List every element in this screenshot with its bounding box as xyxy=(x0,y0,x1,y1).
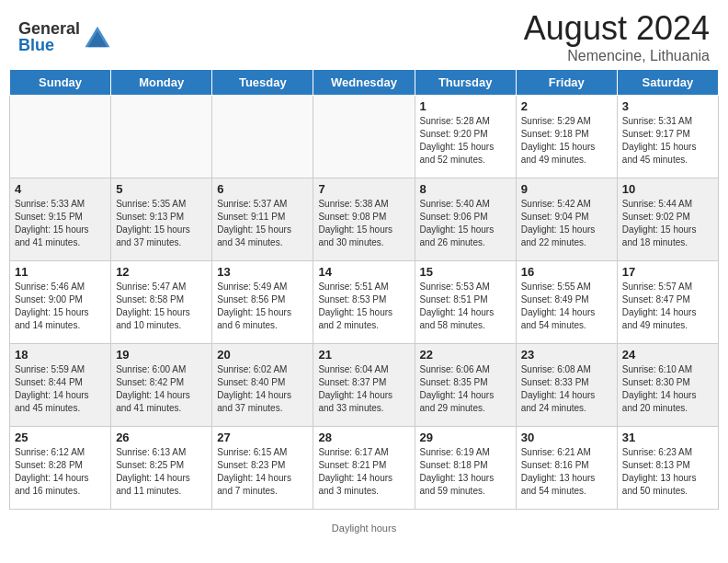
calendar-cell: 24Sunrise: 6:10 AMSunset: 8:30 PMDayligh… xyxy=(617,344,718,427)
cell-info: Sunrise: 6:02 AMSunset: 8:40 PMDaylight:… xyxy=(217,363,308,415)
cell-info: Sunrise: 5:42 AMSunset: 9:04 PMDaylight:… xyxy=(521,198,612,249)
day-header-friday: Friday xyxy=(516,70,617,96)
day-number: 30 xyxy=(521,431,612,444)
logo-blue: Blue xyxy=(18,37,80,53)
logo: General Blue xyxy=(18,20,111,53)
calendar-cell: 31Sunrise: 6:23 AMSunset: 8:13 PMDayligh… xyxy=(617,427,718,510)
calendar-cell: 20Sunrise: 6:02 AMSunset: 8:40 PMDayligh… xyxy=(212,344,313,427)
cell-info: Sunrise: 6:08 AMSunset: 8:33 PMDaylight:… xyxy=(521,363,612,415)
calendar-cell: 19Sunrise: 6:00 AMSunset: 8:42 PMDayligh… xyxy=(111,344,212,427)
day-number: 29 xyxy=(420,431,511,444)
calendar-table: SundayMondayTuesdayWednesdayThursdayFrid… xyxy=(9,69,719,510)
title-block: August 2024 Nemencine, Lithuania xyxy=(524,9,710,64)
cell-info: Sunrise: 6:04 AMSunset: 8:37 PMDaylight:… xyxy=(318,363,409,415)
calendar-cell: 7Sunrise: 5:38 AMSunset: 9:08 PMDaylight… xyxy=(313,178,415,261)
cell-info: Sunrise: 6:10 AMSunset: 8:30 PMDaylight:… xyxy=(622,363,713,415)
day-number: 25 xyxy=(15,431,106,444)
cell-info: Sunrise: 6:15 AMSunset: 8:23 PMDaylight:… xyxy=(217,446,308,498)
day-number: 16 xyxy=(521,265,612,279)
cell-info: Sunrise: 6:00 AMSunset: 8:42 PMDaylight:… xyxy=(116,363,207,415)
day-number: 1 xyxy=(420,99,511,113)
cell-info: Sunrise: 5:40 AMSunset: 9:06 PMDaylight:… xyxy=(420,198,511,249)
day-number: 2 xyxy=(521,99,612,113)
calendar-cell: 4Sunrise: 5:33 AMSunset: 9:15 PMDaylight… xyxy=(10,178,111,261)
day-number: 24 xyxy=(622,348,713,362)
day-number: 23 xyxy=(521,348,612,362)
cell-info: Sunrise: 5:33 AMSunset: 9:15 PMDaylight:… xyxy=(15,198,106,249)
day-header-monday: Monday xyxy=(111,70,212,96)
calendar-cell: 16Sunrise: 5:55 AMSunset: 8:49 PMDayligh… xyxy=(516,261,617,344)
calendar-cell: 15Sunrise: 5:53 AMSunset: 8:51 PMDayligh… xyxy=(415,261,516,344)
day-number: 7 xyxy=(318,182,409,196)
calendar-week-row: 18Sunrise: 5:59 AMSunset: 8:44 PMDayligh… xyxy=(10,344,719,427)
day-header-sunday: Sunday xyxy=(10,70,111,96)
calendar-cell: 25Sunrise: 6:12 AMSunset: 8:28 PMDayligh… xyxy=(10,427,111,510)
calendar-cell: 9Sunrise: 5:42 AMSunset: 9:04 PMDaylight… xyxy=(516,178,617,261)
day-header-wednesday: Wednesday xyxy=(313,70,415,96)
calendar-cell xyxy=(212,96,313,178)
calendar-cell: 21Sunrise: 6:04 AMSunset: 8:37 PMDayligh… xyxy=(313,344,415,427)
day-number: 26 xyxy=(116,431,207,444)
calendar-cell: 13Sunrise: 5:49 AMSunset: 8:56 PMDayligh… xyxy=(212,261,313,344)
calendar-week-row: 4Sunrise: 5:33 AMSunset: 9:15 PMDaylight… xyxy=(10,178,719,261)
day-number: 12 xyxy=(116,265,207,279)
day-number: 6 xyxy=(217,182,308,196)
sub-title: Nemencine, Lithuania xyxy=(524,48,710,64)
cell-info: Sunrise: 5:49 AMSunset: 8:56 PMDaylight:… xyxy=(217,281,308,332)
calendar-cell: 1Sunrise: 5:28 AMSunset: 9:20 PMDaylight… xyxy=(415,96,516,178)
day-number: 31 xyxy=(622,431,713,444)
day-number: 18 xyxy=(15,348,106,362)
calendar-cell xyxy=(313,96,415,178)
page-header: General Blue August 2024 Nemencine, Lith… xyxy=(0,0,728,69)
calendar-cell: 11Sunrise: 5:46 AMSunset: 9:00 PMDayligh… xyxy=(10,261,111,344)
day-header-tuesday: Tuesday xyxy=(212,70,313,96)
cell-info: Sunrise: 5:59 AMSunset: 8:44 PMDaylight:… xyxy=(15,363,106,415)
day-number: 14 xyxy=(318,265,409,279)
calendar-cell: 30Sunrise: 6:21 AMSunset: 8:16 PMDayligh… xyxy=(516,427,617,510)
calendar-cell: 29Sunrise: 6:19 AMSunset: 8:18 PMDayligh… xyxy=(415,427,516,510)
calendar-cell: 23Sunrise: 6:08 AMSunset: 8:33 PMDayligh… xyxy=(516,344,617,427)
day-number: 27 xyxy=(217,431,308,444)
calendar-cell xyxy=(10,96,111,178)
calendar-cell: 14Sunrise: 5:51 AMSunset: 8:53 PMDayligh… xyxy=(313,261,415,344)
day-number: 28 xyxy=(318,431,409,444)
calendar-cell: 3Sunrise: 5:31 AMSunset: 9:17 PMDaylight… xyxy=(617,96,718,178)
cell-info: Sunrise: 5:31 AMSunset: 9:17 PMDaylight:… xyxy=(622,115,713,167)
day-number: 13 xyxy=(217,265,308,279)
day-number: 5 xyxy=(116,182,207,196)
day-number: 20 xyxy=(217,348,308,362)
calendar-cell: 27Sunrise: 6:15 AMSunset: 8:23 PMDayligh… xyxy=(212,427,313,510)
calendar-week-row: 1Sunrise: 5:28 AMSunset: 9:20 PMDaylight… xyxy=(10,96,719,178)
cell-info: Sunrise: 5:47 AMSunset: 8:58 PMDaylight:… xyxy=(116,281,207,332)
cell-info: Sunrise: 6:12 AMSunset: 8:28 PMDaylight:… xyxy=(15,446,106,498)
calendar-container: SundayMondayTuesdayWednesdayThursdayFrid… xyxy=(0,69,728,519)
calendar-header-row: SundayMondayTuesdayWednesdayThursdayFrid… xyxy=(10,70,719,96)
calendar-cell: 17Sunrise: 5:57 AMSunset: 8:47 PMDayligh… xyxy=(617,261,718,344)
calendar-cell: 2Sunrise: 5:29 AMSunset: 9:18 PMDaylight… xyxy=(516,96,617,178)
cell-info: Sunrise: 5:55 AMSunset: 8:49 PMDaylight:… xyxy=(521,281,612,332)
cell-info: Sunrise: 5:35 AMSunset: 9:13 PMDaylight:… xyxy=(116,198,207,249)
cell-info: Sunrise: 5:53 AMSunset: 8:51 PMDaylight:… xyxy=(420,281,511,332)
calendar-cell: 6Sunrise: 5:37 AMSunset: 9:11 PMDaylight… xyxy=(212,178,313,261)
day-header-saturday: Saturday xyxy=(617,70,718,96)
calendar-cell: 26Sunrise: 6:13 AMSunset: 8:25 PMDayligh… xyxy=(111,427,212,510)
calendar-cell: 8Sunrise: 5:40 AMSunset: 9:06 PMDaylight… xyxy=(415,178,516,261)
day-number: 22 xyxy=(420,348,511,362)
day-number: 15 xyxy=(420,265,511,279)
calendar-cell: 28Sunrise: 6:17 AMSunset: 8:21 PMDayligh… xyxy=(313,427,415,510)
main-title: August 2024 xyxy=(524,9,710,48)
footer: Daylight hours xyxy=(0,519,728,537)
cell-info: Sunrise: 6:21 AMSunset: 8:16 PMDaylight:… xyxy=(521,446,612,498)
day-number: 11 xyxy=(15,265,106,279)
cell-info: Sunrise: 5:57 AMSunset: 8:47 PMDaylight:… xyxy=(622,281,713,332)
calendar-week-row: 11Sunrise: 5:46 AMSunset: 9:00 PMDayligh… xyxy=(10,261,719,344)
cell-info: Sunrise: 6:17 AMSunset: 8:21 PMDaylight:… xyxy=(318,446,409,498)
calendar-cell: 18Sunrise: 5:59 AMSunset: 8:44 PMDayligh… xyxy=(10,344,111,427)
cell-info: Sunrise: 6:23 AMSunset: 8:13 PMDaylight:… xyxy=(622,446,713,498)
day-number: 17 xyxy=(622,265,713,279)
day-header-thursday: Thursday xyxy=(415,70,516,96)
cell-info: Sunrise: 5:46 AMSunset: 9:00 PMDaylight:… xyxy=(15,281,106,332)
day-number: 4 xyxy=(15,182,106,196)
day-number: 8 xyxy=(420,182,511,196)
calendar-cell: 22Sunrise: 6:06 AMSunset: 8:35 PMDayligh… xyxy=(415,344,516,427)
